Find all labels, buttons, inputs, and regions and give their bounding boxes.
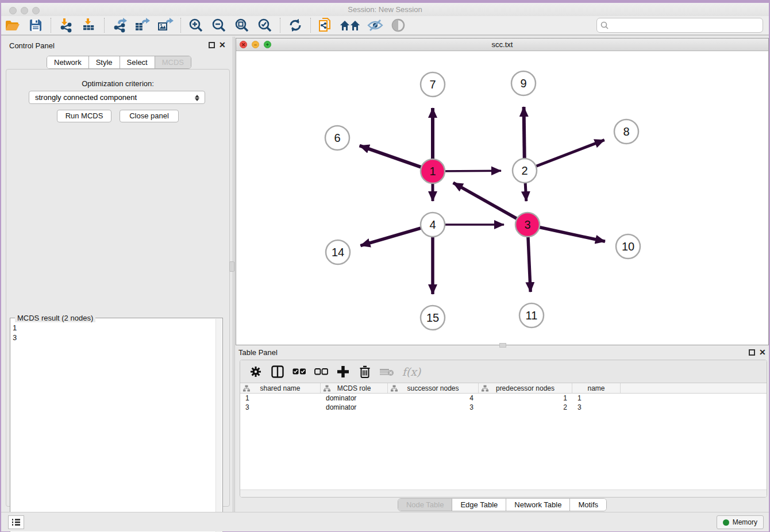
graph-node-9[interactable]: 9 xyxy=(511,71,536,95)
zoom-in-icon xyxy=(188,18,203,33)
graph-node-8[interactable]: 8 xyxy=(614,119,638,144)
tab-style[interactable]: Style xyxy=(89,56,120,68)
clone-network-button[interactable] xyxy=(316,17,336,34)
column-header-mcds_role[interactable]: MCDS role xyxy=(321,383,388,393)
trash-icon xyxy=(360,365,370,378)
tab-network-table[interactable]: Network Table xyxy=(506,499,570,511)
zoom-in-button[interactable] xyxy=(186,17,206,34)
import-table-button[interactable] xyxy=(79,17,99,34)
mcds-result-group: MCDS result (2 nodes) 13 xyxy=(10,318,223,532)
run-mcds-button[interactable]: Run MCDS xyxy=(57,110,111,122)
cell-shared_name[interactable]: 1 xyxy=(240,394,321,403)
main-toolbar xyxy=(1,16,769,36)
delete-table-button[interactable] xyxy=(378,363,395,380)
graph-node-label: 8 xyxy=(623,125,629,138)
column-tree-icon xyxy=(243,385,250,392)
table-row[interactable]: 3dominator323 xyxy=(240,403,767,412)
graph-node-11[interactable]: 11 xyxy=(519,303,544,327)
table-settings-button[interactable] xyxy=(247,363,264,380)
tab-network[interactable]: Network xyxy=(47,56,89,68)
open-session-button[interactable] xyxy=(3,17,22,34)
graph-node-2[interactable]: 2 xyxy=(513,159,537,183)
close-table-panel-icon[interactable]: ✕ xyxy=(759,348,766,357)
graph-node-1[interactable]: 1 xyxy=(421,159,445,183)
float-panel-icon[interactable] xyxy=(209,42,215,48)
optimization-criterion-label: Optimization criterion: xyxy=(6,79,229,88)
graph-node-15[interactable]: 15 xyxy=(421,306,445,330)
tab-select[interactable]: Select xyxy=(120,56,155,68)
network-window-titlebar[interactable]: ✕ − + scc.txt xyxy=(236,38,768,51)
graph-node-6[interactable]: 6 xyxy=(325,126,349,150)
float-table-panel-icon[interactable] xyxy=(749,349,755,356)
table-row[interactable]: 1dominator411 xyxy=(240,394,767,403)
memory-button[interactable]: Memory xyxy=(717,515,764,529)
graph-node-10[interactable]: 10 xyxy=(616,234,640,259)
table-horizontal-scrollbar[interactable] xyxy=(240,489,767,497)
mcds-result-item[interactable]: 1 xyxy=(13,323,17,333)
graph-node-label: 1 xyxy=(429,165,436,178)
mcds-result-list[interactable]: 13 xyxy=(13,323,17,342)
graph-node-4[interactable]: 4 xyxy=(421,213,445,237)
graph-node-7[interactable]: 7 xyxy=(421,72,445,97)
first-neighbors-button[interactable] xyxy=(339,17,362,34)
export-network-button[interactable] xyxy=(110,17,129,34)
refresh-icon xyxy=(288,18,303,33)
graph-edge-3-1[interactable] xyxy=(453,183,528,225)
bird-view-button[interactable] xyxy=(388,17,408,34)
search-box[interactable] xyxy=(596,18,763,33)
network-canvas[interactable]: 1234678910111415 xyxy=(236,51,768,345)
tab-mcds[interactable]: MCDS xyxy=(155,56,191,68)
save-session-button[interactable] xyxy=(26,17,45,34)
cell-name[interactable]: 3 xyxy=(572,403,621,412)
column-header-shared_name[interactable]: shared name xyxy=(240,383,321,393)
export-table-button[interactable] xyxy=(133,17,152,34)
import-network-button[interactable] xyxy=(56,17,76,34)
zoom-out-button[interactable] xyxy=(209,17,229,34)
table-panel-title: Table Panel xyxy=(238,348,278,357)
cell-mcds_role[interactable]: dominator xyxy=(321,403,388,412)
fit-content-icon xyxy=(234,18,249,33)
cell-predecessor_nodes[interactable]: 1 xyxy=(479,394,572,403)
graph-edge-2-8[interactable] xyxy=(525,140,605,171)
delete-column-button[interactable] xyxy=(356,363,374,380)
search-input[interactable] xyxy=(611,21,763,29)
mcds-result-item[interactable]: 3 xyxy=(13,333,17,342)
tab-edge-table[interactable]: Edge Table xyxy=(452,499,506,511)
close-panel-icon[interactable]: ✕ xyxy=(219,40,226,49)
select-all-button[interactable] xyxy=(291,363,308,380)
optimization-criterion-select[interactable]: strongly connected component xyxy=(29,91,205,104)
export-image-button[interactable] xyxy=(156,17,175,34)
columns-icon xyxy=(271,365,284,378)
cell-successor_nodes[interactable]: 3 xyxy=(388,403,479,412)
graph-node-14[interactable]: 14 xyxy=(326,240,350,264)
cell-shared_name[interactable]: 3 xyxy=(240,403,321,412)
import-table-icon xyxy=(82,18,97,33)
column-layout-button[interactable] xyxy=(269,363,286,380)
deselect-all-button[interactable] xyxy=(313,363,330,380)
close-panel-button[interactable]: Close panel xyxy=(120,110,179,122)
zoom-selected-button[interactable] xyxy=(255,17,275,34)
cell-name[interactable]: 1 xyxy=(572,394,621,403)
refresh-network-button[interactable] xyxy=(286,17,305,34)
column-header-name[interactable]: name xyxy=(572,383,621,393)
cell-successor_nodes[interactable]: 4 xyxy=(388,394,479,403)
graph-node-3[interactable]: 3 xyxy=(515,213,540,237)
mcds-result-scrollbar[interactable] xyxy=(215,319,222,532)
cell-predecessor_nodes[interactable]: 2 xyxy=(479,403,572,412)
app-titlebar[interactable]: Session: New Session xyxy=(1,3,769,16)
column-header-predecessor_nodes[interactable]: predecessor nodes xyxy=(479,383,572,393)
fit-content-button[interactable] xyxy=(232,17,252,34)
split-divider-grip[interactable] xyxy=(229,261,234,272)
tab-node-table[interactable]: Node Table xyxy=(398,499,453,511)
toolbar-separator xyxy=(310,18,311,33)
task-history-button[interactable] xyxy=(8,515,24,529)
hide-graphics-details-button[interactable] xyxy=(365,17,385,34)
cell-mcds_role[interactable]: dominator xyxy=(321,394,388,403)
column-header-successor_nodes[interactable]: successor nodes xyxy=(388,383,479,393)
function-builder-button[interactable]: f(x) xyxy=(400,363,423,380)
split-divider-vertical[interactable] xyxy=(233,37,235,512)
create-column-button[interactable] xyxy=(334,363,352,380)
graph-node-label: 3 xyxy=(524,218,530,231)
tab-motifs[interactable]: Motifs xyxy=(570,499,606,511)
memory-label: Memory xyxy=(733,518,757,526)
